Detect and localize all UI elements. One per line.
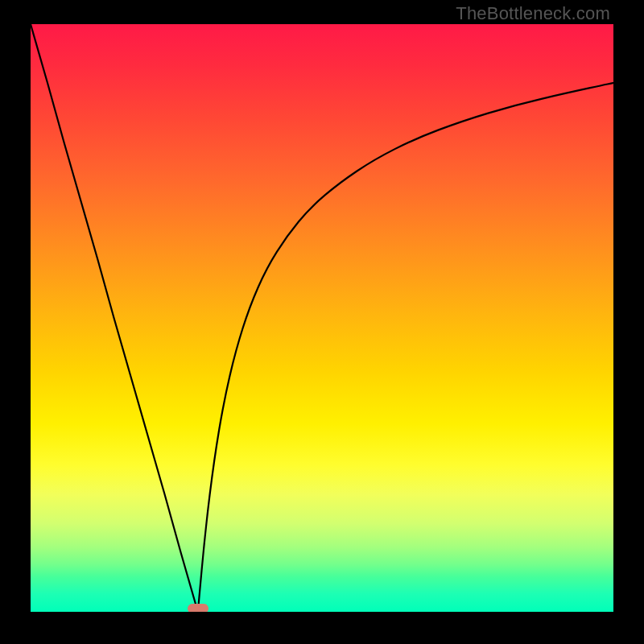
curve-right-branch — [198, 83, 613, 612]
chart-frame: TheBottleneck.com — [0, 0, 644, 644]
curve-left-branch — [31, 24, 198, 612]
curve-svg — [31, 24, 613, 612]
minimum-marker — [188, 604, 208, 612]
watermark-text: TheBottleneck.com — [456, 3, 610, 24]
plot-area — [31, 24, 613, 612]
